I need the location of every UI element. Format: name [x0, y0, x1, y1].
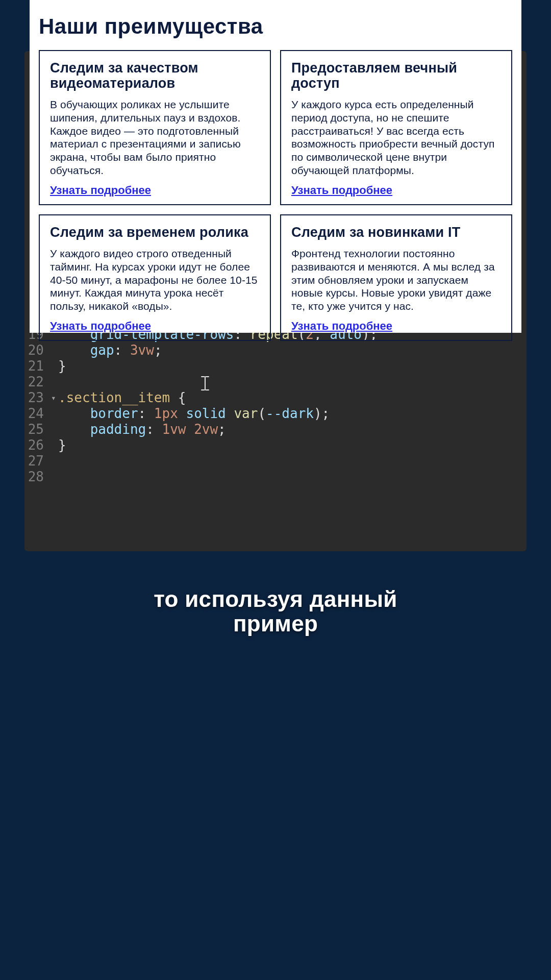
line-number: 27: [24, 453, 51, 469]
line-number: 25: [24, 422, 51, 437]
card-body: У каждого курса есть определенный период…: [291, 98, 501, 177]
line-number: 20: [24, 342, 51, 358]
card-link[interactable]: Узнать подробнее: [50, 184, 151, 197]
card-body: Фронтенд технологии постоянно развиваютс…: [291, 247, 501, 312]
advantage-card: Следим за временем ролика У каждого виде…: [39, 214, 271, 341]
line-number: 28: [24, 469, 51, 485]
card-title: Следим за новинками IT: [291, 225, 501, 240]
subtitle-line: пример: [0, 611, 551, 636]
card-body: В обучающих роликах не услышите шипения,…: [50, 98, 260, 177]
code-content[interactable]: .section__item {: [58, 390, 186, 406]
code-content[interactable]: }: [58, 358, 66, 374]
line-number: 26: [24, 437, 51, 453]
fold-toggle-icon: [51, 374, 58, 390]
fold-toggle-icon: [51, 358, 58, 374]
code-line[interactable]: 24 border: 1px solid var(--dark);: [24, 406, 527, 422]
fold-toggle-icon[interactable]: ▾: [51, 390, 58, 406]
subtitle-line: то используя данный: [0, 587, 551, 611]
advantage-card: Предоставляем вечный доступ У каждого ку…: [280, 50, 512, 205]
card-link[interactable]: Узнать подробнее: [291, 320, 392, 333]
code-line[interactable]: 25 padding: 1vw 2vw;: [24, 422, 527, 437]
code-line[interactable]: 21}: [24, 358, 527, 374]
video-frame: 19 grid-template-rows: repeat(2, auto);2…: [0, 0, 551, 980]
subtitle-caption: то используя данный пример: [0, 587, 551, 636]
card-title: Следим за качеством видеоматериалов: [50, 60, 260, 91]
code-body[interactable]: 19 grid-template-rows: repeat(2, auto);2…: [24, 327, 527, 485]
card-body: У каждого видео строго отведенный таймин…: [50, 247, 260, 312]
card-link[interactable]: Узнать подробнее: [291, 184, 392, 197]
card-title: Следим за временем ролика: [50, 225, 260, 240]
advantage-card: Следим за новинками IT Фронтенд технолог…: [280, 214, 512, 341]
fold-toggle-icon: [51, 453, 58, 469]
code-content[interactable]: padding: 1vw 2vw;: [58, 422, 226, 437]
code-line[interactable]: 27: [24, 453, 527, 469]
code-line[interactable]: 26}: [24, 437, 527, 453]
advantages-panel: Наши преимущества Следим за качеством ви…: [30, 0, 521, 333]
fold-toggle-icon: [51, 469, 58, 485]
code-line[interactable]: 20 gap: 3vw;: [24, 342, 527, 358]
code-content[interactable]: gap: 3vw;: [58, 342, 162, 358]
line-number: 21: [24, 358, 51, 374]
fold-toggle-icon: [51, 406, 58, 422]
code-content[interactable]: border: 1px solid var(--dark);: [58, 406, 330, 422]
advantage-card: Следим за качеством видеоматериалов В об…: [39, 50, 271, 205]
line-number: 22: [24, 374, 51, 390]
advantages-title: Наши преимущества: [39, 14, 512, 39]
card-link[interactable]: Узнать подробнее: [50, 320, 151, 333]
fold-toggle-icon: [51, 437, 58, 453]
code-content[interactable]: }: [58, 437, 66, 453]
code-line[interactable]: 23▾.section__item {: [24, 390, 527, 406]
code-line[interactable]: 22: [24, 374, 527, 390]
line-number: 24: [24, 406, 51, 422]
fold-toggle-icon: [51, 422, 58, 437]
advantages-grid: Следим за качеством видеоматериалов В об…: [39, 50, 512, 341]
code-line[interactable]: 28: [24, 469, 527, 485]
line-number: 23: [24, 390, 51, 406]
fold-toggle-icon: [51, 342, 58, 358]
card-title: Предоставляем вечный доступ: [291, 60, 501, 91]
